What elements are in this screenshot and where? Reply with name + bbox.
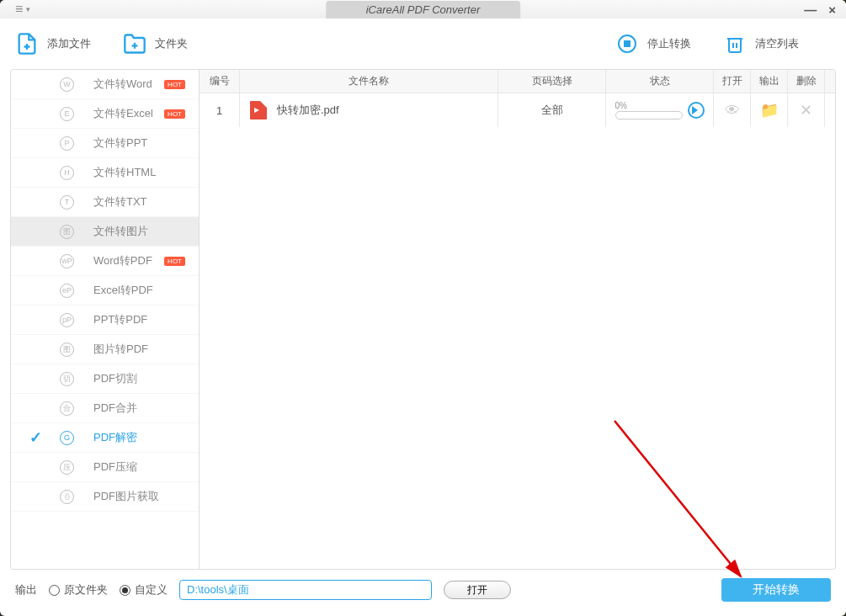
file-table: 编号 文件名称 页码选择 状态 打开 输出 删除 1快转加密.pdf全部0%👁📁…	[200, 69, 836, 570]
sidebar-icon: wP	[60, 254, 74, 268]
clear-list-button[interactable]: 清空列表	[723, 32, 799, 56]
progress-bar	[615, 111, 683, 119]
hot-badge: HOT	[164, 257, 185, 266]
trash-icon	[723, 32, 747, 56]
sidebar-label: 文件转Excel	[93, 106, 153, 121]
sidebar-icon: 图	[60, 225, 74, 239]
stop-convert-button[interactable]: 停止转换	[615, 32, 691, 56]
folder-icon: 📁	[760, 101, 779, 119]
stop-label: 停止转换	[647, 36, 691, 51]
col-name: 文件名称	[240, 70, 498, 93]
sidebar: W文件转WordHOTE文件转ExcelHOTP文件转PPTH文件转HTMLT文…	[10, 69, 200, 570]
minimize-button[interactable]: —	[804, 3, 817, 17]
close-icon: ✕	[800, 101, 812, 119]
sidebar-item-13[interactable]: 压PDF压缩	[11, 453, 199, 482]
stop-icon	[615, 32, 639, 56]
hamburger-icon: ≡	[15, 2, 23, 17]
sidebar-label: 文件转PPT	[93, 135, 147, 151]
clear-label: 清空列表	[755, 36, 799, 51]
cell-delete[interactable]: ✕	[788, 93, 825, 127]
toolbar: 添加文件 文件夹 停止转换 清空列表	[0, 19, 846, 69]
sidebar-item-12[interactable]: ✓GPDF解密	[11, 423, 199, 453]
col-delete: 删除	[788, 70, 825, 93]
sidebar-icon: E	[60, 107, 74, 121]
sidebar-label: PDF合并	[93, 401, 137, 416]
titlebar: ≡ ▾ iCareAll PDF Converter — ×	[0, 0, 846, 19]
radio-icon	[49, 585, 60, 596]
sidebar-icon: G	[60, 431, 74, 445]
sidebar-label: 文件转Word	[93, 77, 152, 92]
sidebar-label: PDF解密	[93, 430, 137, 445]
sidebar-label: PPT转PDF	[93, 312, 147, 327]
eye-icon: 👁	[725, 102, 740, 119]
sidebar-icon: 合	[60, 401, 74, 416]
sidebar-icon: 图	[60, 343, 74, 357]
sidebar-item-2[interactable]: P文件转PPT	[11, 129, 199, 158]
sidebar-icon: eP	[60, 284, 74, 298]
radio-icon-checked	[120, 585, 130, 596]
add-file-label: 添加文件	[47, 36, 91, 51]
output-path-input[interactable]	[179, 580, 432, 600]
open-folder-button[interactable]: 打开	[444, 581, 511, 599]
chevron-down-icon: ▾	[26, 5, 30, 13]
sidebar-label: PDF切割	[93, 371, 137, 386]
progress-text: 0%	[615, 101, 627, 110]
sidebar-label: PDF压缩	[93, 459, 137, 475]
sidebar-label: Excel转PDF	[93, 283, 153, 298]
start-convert-button[interactable]: 开始转换	[721, 578, 831, 602]
sidebar-item-4[interactable]: T文件转TXT	[11, 188, 199, 217]
add-folder-icon	[123, 32, 146, 56]
sidebar-icon: H	[60, 166, 74, 180]
radio-custom-folder[interactable]: 自定义	[120, 582, 168, 597]
table-row[interactable]: 1快转加密.pdf全部0%👁📁✕	[200, 93, 835, 127]
sidebar-item-5[interactable]: 图文件转图片	[11, 217, 199, 247]
radio-original-folder[interactable]: 原文件夹	[49, 582, 108, 597]
sidebar-item-1[interactable]: E文件转ExcelHOT	[11, 99, 199, 129]
sidebar-label: 图片转PDF	[93, 342, 148, 357]
col-num: 编号	[200, 70, 240, 93]
sidebar-label: 文件转图片	[93, 224, 148, 239]
sidebar-item-14[interactable]: ⎙PDF图片获取	[11, 482, 199, 512]
svg-rect-5	[625, 41, 630, 46]
play-button[interactable]	[688, 102, 705, 119]
hot-badge: HOT	[164, 109, 185, 119]
sidebar-item-8[interactable]: pPPPT转PDF	[11, 305, 199, 335]
window-title: iCareAll PDF Converter	[326, 1, 521, 19]
col-output: 输出	[751, 70, 788, 93]
sidebar-item-0[interactable]: W文件转WordHOT	[11, 70, 199, 99]
sidebar-label: Word转PDF	[93, 253, 152, 268]
table-header: 编号 文件名称 页码选择 状态 打开 输出 删除	[200, 70, 835, 93]
sidebar-item-3[interactable]: H文件转HTML	[11, 158, 199, 188]
close-button[interactable]: ×	[828, 3, 836, 17]
sidebar-label: 文件转HTML	[93, 165, 156, 180]
sidebar-label: 文件转TXT	[93, 194, 147, 210]
add-file-button[interactable]: 添加文件	[15, 32, 91, 56]
sidebar-label: PDF图片获取	[93, 489, 159, 504]
footer: 输出 原文件夹 自定义 打开 开始转换	[0, 570, 846, 610]
cell-page[interactable]: 全部	[498, 93, 606, 127]
cell-num: 1	[200, 93, 240, 127]
hamburger-menu[interactable]: ≡ ▾	[15, 2, 30, 17]
col-status: 状态	[606, 70, 714, 93]
radio-original-label: 原文件夹	[64, 582, 108, 597]
sidebar-icon: ⎙	[60, 490, 74, 504]
add-file-icon	[15, 32, 39, 56]
pdf-icon	[250, 101, 267, 119]
cell-status: 0%	[606, 93, 714, 127]
col-page: 页码选择	[498, 70, 606, 93]
sidebar-item-6[interactable]: wPWord转PDFHOT	[11, 247, 199, 276]
sidebar-icon: 切	[60, 372, 74, 386]
add-folder-button[interactable]: 文件夹	[123, 32, 188, 56]
sidebar-item-7[interactable]: ePExcel转PDF	[11, 276, 199, 305]
sidebar-icon: pP	[60, 313, 74, 327]
file-name: 快转加密.pdf	[277, 103, 339, 118]
sidebar-item-10[interactable]: 切PDF切割	[11, 364, 199, 394]
cell-open[interactable]: 👁	[714, 93, 751, 127]
sidebar-icon: T	[60, 195, 74, 210]
add-folder-label: 文件夹	[155, 36, 188, 51]
cell-output[interactable]: 📁	[751, 93, 788, 127]
sidebar-icon: P	[60, 136, 74, 151]
sidebar-item-11[interactable]: 合PDF合并	[11, 394, 199, 423]
sidebar-item-9[interactable]: 图图片转PDF	[11, 335, 199, 364]
radio-custom-label: 自定义	[135, 582, 168, 597]
